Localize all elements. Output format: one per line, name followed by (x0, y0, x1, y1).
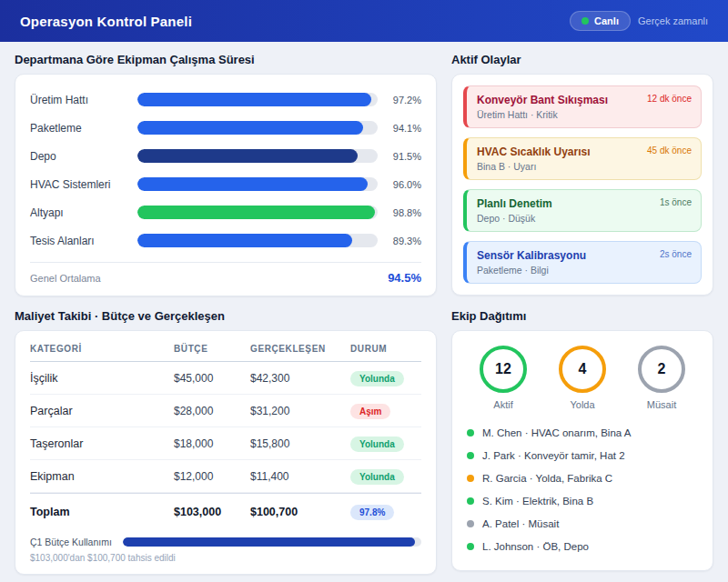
uptime-value: 96.0% (378, 179, 421, 190)
col-actual: GERÇEKLEŞEN (250, 344, 350, 354)
uptime-card: Üretim Hattı 97.2% Paketleme 94.1% Depo … (15, 74, 437, 296)
incident-title: Planlı Denetim (477, 197, 552, 210)
cost-budget: $45,000 (174, 372, 250, 385)
budget-usage-note: $103,000'dan $100,700 tahsis edildi (30, 553, 421, 563)
dashboard-grid: Departmana Göre Ekipman Çalışma Süresi Ü… (0, 42, 728, 575)
uptime-row: Tesis Alanları 89.3% (30, 226, 421, 255)
uptime-bar-track (137, 206, 378, 219)
team-member-list: M. Chen · HVAC onarım, Bina A J. Park · … (467, 421, 698, 557)
overall-average-value: 94.5% (388, 271, 421, 285)
cost-budget: $28,000 (174, 405, 250, 417)
team-member[interactable]: L. Johnson · ÖB, Depo (467, 535, 698, 557)
cost-table-row: Parçalar $28,000 $31,200 Aşım (30, 395, 421, 427)
team-member[interactable]: M. Chen · HVAC onarım, Bina A (467, 421, 698, 444)
cost-actual: $11,400 (250, 470, 350, 483)
live-label: Canlı (594, 15, 619, 26)
uptime-bar-fill (137, 121, 363, 135)
incident-meta: Bina B · Uyarı (477, 161, 591, 172)
stat-count: 4 (579, 361, 587, 377)
budget-usage-label: Ç1 Bütçe Kullanımı (30, 537, 112, 547)
status-badge: Yolunda (350, 371, 404, 386)
department-label: Paketleme (30, 122, 137, 135)
incident-text: Sensör Kalibrasyonu Paketleme · Bilgi (477, 249, 586, 276)
member-text: R. Garcia · Yolda, Fabrika C (482, 473, 612, 484)
cost-section: Maliyet Takibi · Bütçe ve Gerçekleşen KA… (15, 309, 437, 575)
incident-time: 1s önce (660, 197, 692, 207)
stat-count: 12 (495, 361, 511, 377)
uptime-bar-track (137, 177, 378, 191)
member-status-dot (467, 497, 474, 505)
team-stat-active: 12 Aktif (480, 346, 527, 410)
team-member[interactable]: J. Park · Konveyör tamir, Hat 2 (467, 444, 698, 467)
member-status-dot (467, 520, 474, 527)
team-member[interactable]: S. Kim · Elektrik, Bina B (467, 489, 698, 512)
uptime-row: Üretim Hattı 97.2% (30, 85, 421, 114)
realtime-label: Gerçek zamanlı (638, 15, 708, 26)
uptime-row: Depo 91.5% (30, 142, 421, 170)
uptime-bar-fill (137, 234, 352, 247)
member-text: A. Patel · Müsait (482, 518, 559, 529)
uptime-bar-fill (137, 93, 371, 106)
col-status: DURUM (350, 344, 421, 354)
incident-meta: Paketleme · Bilgi (477, 265, 586, 276)
incidents-card: Konveyör Bant Sıkışması Üretim Hattı · K… (451, 74, 713, 296)
uptime-row: Altyapı 98.8% (30, 198, 421, 226)
cost-category: Parçalar (30, 405, 174, 417)
status-badge: Yolunda (350, 436, 404, 452)
member-text: J. Park · Konveyör tamir, Hat 2 (482, 450, 625, 461)
cost-category: Taşeronlar (30, 437, 174, 450)
department-label: Tesis Alanları (30, 235, 137, 247)
incident-title: Konveyör Bant Sıkışması (477, 94, 608, 106)
incidents-section: Aktif Olaylar Konveyör Bant Sıkışması Ür… (451, 53, 713, 296)
department-label: Depo (30, 150, 137, 163)
incident-item[interactable]: Konveyör Bant Sıkışması Üretim Hattı · K… (463, 85, 702, 128)
incident-text: Konveyör Bant Sıkışması Üretim Hattı · K… (477, 94, 608, 120)
status-badge: Aşım (350, 404, 390, 419)
incident-title: HVAC Sıcaklık Uyarısı (477, 146, 591, 158)
member-status-dot (467, 452, 474, 459)
incident-meta: Üretim Hattı · Kritik (477, 109, 608, 120)
team-stat-available: 2 Müsait (638, 346, 685, 410)
incident-text: Planlı Denetim Depo · Düşük (477, 197, 552, 224)
member-text: S. Kim · Elektrik, Bina B (482, 496, 593, 507)
department-label: Altyapı (30, 206, 137, 219)
total-budget: $103,000 (174, 506, 250, 518)
incident-time: 45 dk önce (647, 146, 692, 156)
col-category: KATEGORİ (30, 344, 174, 354)
cost-budget: $18,000 (174, 437, 250, 450)
incident-time: 2s önce (660, 249, 692, 259)
uptime-section-title: Departmana Göre Ekipman Çalışma Süresi (15, 53, 437, 66)
uptime-bar-fill (137, 177, 368, 191)
cost-actual: $31,200 (250, 405, 350, 417)
incident-text: HVAC Sıcaklık Uyarısı Bina B · Uyarı (477, 146, 591, 172)
incident-item[interactable]: Sensör Kalibrasyonu Paketleme · Bilgi 2s… (463, 241, 702, 284)
department-label: HVAC Sistemleri (30, 178, 137, 191)
department-label: Üretim Hattı (30, 94, 137, 106)
uptime-footer: Genel Ortalama 94.5% (30, 262, 421, 285)
stat-ring: 4 (559, 346, 606, 393)
uptime-bar-fill (137, 149, 358, 163)
cost-budget: $12,000 (174, 470, 250, 483)
incidents-section-title: Aktif Olaylar (451, 53, 713, 66)
team-section-title: Ekip Dağıtımı (451, 309, 713, 323)
live-dot-icon (581, 17, 589, 25)
team-member[interactable]: R. Garcia · Yolda, Fabrika C (467, 467, 698, 489)
uptime-bar-fill (137, 206, 375, 219)
team-section: Ekip Dağıtımı 12 Aktif 4 Yolda 2 Müsait (451, 309, 713, 575)
member-text: M. Chen · HVAC onarım, Bina A (482, 427, 631, 438)
stat-ring: 2 (638, 346, 685, 393)
stat-count: 2 (658, 361, 666, 377)
uptime-value: 97.2% (378, 95, 421, 105)
incident-item[interactable]: Planlı Denetim Depo · Düşük 1s önce (463, 189, 702, 232)
cost-actual: $42,300 (250, 372, 350, 385)
cost-table-total-row: Toplam $103,000 $100,700 97.8% (30, 493, 421, 527)
overall-average-label: Genel Ortalama (30, 273, 101, 284)
incident-item[interactable]: HVAC Sıcaklık Uyarısı Bina B · Uyarı 45 … (463, 137, 702, 180)
uptime-value: 91.5% (378, 151, 421, 162)
team-stats: 12 Aktif 4 Yolda 2 Müsait (467, 344, 698, 410)
team-member[interactable]: A. Patel · Müsait (467, 512, 698, 535)
uptime-row: Paketleme 94.1% (30, 114, 421, 142)
uptime-value: 94.1% (378, 123, 421, 134)
stat-ring: 12 (480, 346, 527, 393)
incident-time: 12 dk önce (647, 94, 692, 104)
